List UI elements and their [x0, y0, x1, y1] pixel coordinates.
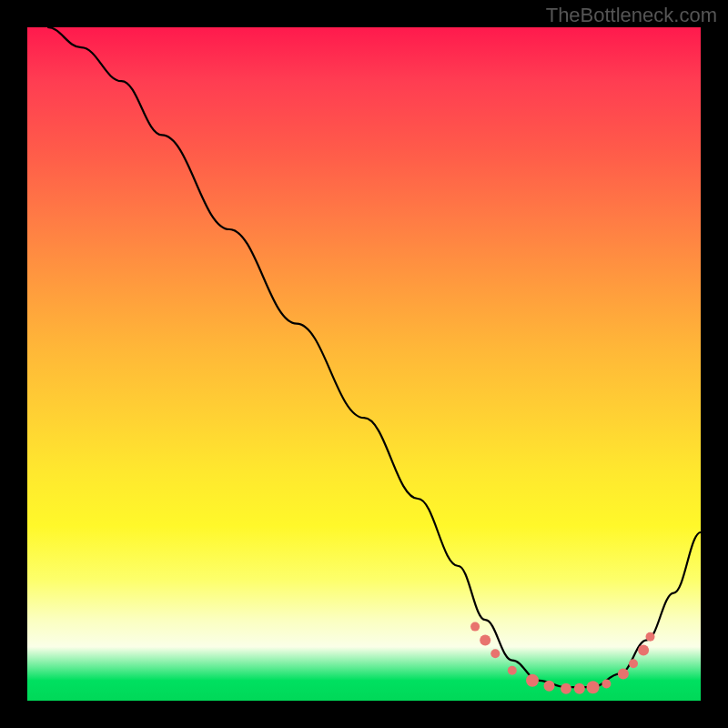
data-marker — [618, 668, 629, 679]
data-marker — [526, 674, 539, 687]
data-marker — [602, 680, 611, 689]
data-marker — [490, 649, 500, 658]
data-marker — [544, 681, 555, 692]
data-marker — [470, 622, 480, 632]
data-marker — [646, 632, 655, 642]
data-markers — [470, 622, 654, 694]
data-marker — [561, 683, 571, 694]
chart-plot-area — [27, 27, 701, 701]
data-marker — [629, 659, 638, 668]
data-marker — [587, 681, 600, 693]
data-marker — [480, 634, 490, 645]
curve-line — [47, 27, 701, 687]
data-marker — [508, 666, 517, 675]
chart-svg — [27, 27, 701, 701]
data-marker — [574, 683, 585, 694]
data-marker — [638, 645, 649, 656]
watermark-text: TheBottleneck.com — [546, 4, 717, 27]
